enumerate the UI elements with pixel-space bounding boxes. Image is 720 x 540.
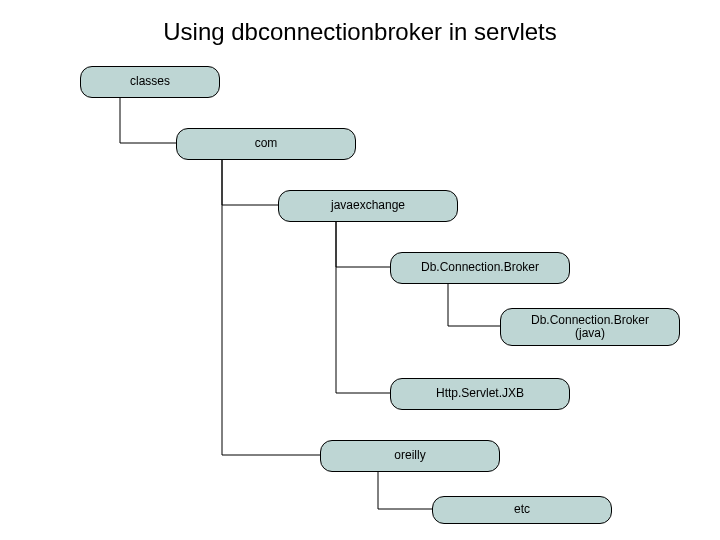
node-etc: etc: [432, 496, 612, 524]
node-dcbjava: Db.Connection.Broker (java): [500, 308, 680, 346]
node-oreilly: oreilly: [320, 440, 500, 472]
node-dcb: Db.Connection.Broker: [390, 252, 570, 284]
page-title: Using dbconnectionbroker in servlets: [0, 18, 720, 46]
node-com: com: [176, 128, 356, 160]
diagram-canvas: Using dbconnectionbroker in servlets cla…: [0, 0, 720, 540]
node-javax: javaexchange: [278, 190, 458, 222]
node-classes: classes: [80, 66, 220, 98]
node-httpjxb: Http.Servlet.JXB: [390, 378, 570, 410]
